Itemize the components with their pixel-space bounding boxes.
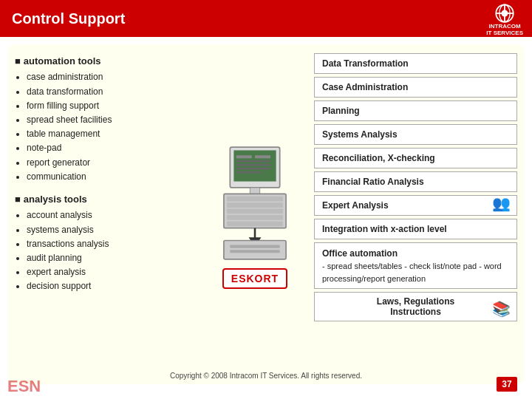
laws-line: Instructions	[390, 307, 441, 317]
computer-illustration	[211, 144, 299, 262]
svg-rect-15	[227, 197, 283, 202]
automation-item: report generator	[27, 156, 196, 170]
center-illustration: ESKORT	[203, 53, 307, 380]
right-box-6: Expert Analysis👥	[314, 195, 517, 216]
left-panel: ■ automation tools case administrationda…	[15, 53, 196, 380]
automation-item: form filling support	[27, 99, 196, 113]
book-icon: 📚	[492, 300, 511, 318]
analysis-item: account analysis	[27, 208, 196, 222]
automation-list: case administrationdata transformationfo…	[15, 70, 196, 184]
main-content: ■ automation tools case administrationda…	[7, 44, 525, 384]
automation-item: case administration	[27, 70, 196, 84]
office-title: Office automation	[322, 247, 398, 260]
header: Control Support INTRACOMIT SERVICES	[0, 0, 532, 37]
analysis-list: account analysissystems analysistransact…	[15, 208, 196, 293]
right-box-9: Laws, RegulationsInstructions📚	[314, 292, 517, 321]
analysis-item: audit planning	[27, 251, 196, 265]
logo-area: INTRACOMIT SERVICES	[486, 3, 523, 37]
analysis-item: transactions analysis	[27, 237, 196, 251]
svg-rect-10	[236, 164, 270, 166]
laws-line: Laws, Regulations	[377, 296, 454, 307]
header-title: Control Support	[12, 10, 125, 27]
automation-label: automation tools	[24, 53, 101, 69]
esn-logo-watermark: ESN	[7, 377, 41, 396]
office-items: - spread sheets/tables - check list/note…	[322, 260, 509, 284]
automation-item: data transformation	[27, 85, 196, 99]
right-box-3: Systems Analysis	[314, 124, 517, 145]
right-box-8: Office automation- spread sheets/tables …	[314, 242, 517, 289]
svg-rect-19	[227, 221, 283, 226]
analysis-item: expert analysis	[27, 265, 196, 279]
automation-item: spread sheet facilities	[27, 113, 196, 127]
right-box-4: Reconciliation, X-checking	[314, 148, 517, 168]
svg-rect-12	[236, 171, 262, 174]
svg-rect-23	[230, 245, 279, 248]
right-box-0: Data Transformation	[314, 53, 517, 74]
analysis-section-header: ■ analysis tools	[15, 191, 196, 207]
logo-text: INTRACOMIT SERVICES	[486, 24, 523, 37]
svg-rect-9	[236, 160, 270, 163]
footer-copyright: Copyright © 2008 Intracom IT Services. A…	[7, 372, 525, 380]
analysis-label: analysis tools	[24, 191, 87, 207]
right-panel: Data TransformationCase AdministrationPl…	[314, 53, 517, 380]
svg-rect-7	[236, 155, 252, 158]
people-icon: 👥	[492, 194, 511, 212]
intracom-logo-icon	[491, 3, 518, 24]
checkbox-icon: ■	[15, 53, 21, 69]
checkbox-icon-2: ■	[15, 191, 21, 207]
automation-item: table management	[27, 127, 196, 141]
svg-rect-18	[227, 215, 283, 220]
svg-rect-24	[230, 250, 279, 253]
svg-rect-13	[250, 188, 259, 194]
svg-rect-6	[233, 150, 276, 181]
right-box-1: Case Administration	[314, 77, 517, 98]
right-box-5: Financial Ratio Analysis	[314, 171, 517, 192]
svg-rect-17	[227, 209, 283, 214]
automation-section-header: ■ automation tools	[15, 53, 196, 69]
right-box-7: Integration with x-action level	[314, 219, 517, 239]
expert-analysis-label: Expert Analysis	[322, 200, 389, 211]
right-box-2: Planning	[314, 100, 517, 121]
svg-rect-16	[227, 202, 283, 208]
analysis-item: decision support	[27, 279, 196, 293]
eskort-label: ESKORT	[222, 268, 287, 289]
automation-item: note-pad	[27, 141, 196, 155]
page-number: 37	[497, 377, 517, 392]
svg-rect-11	[236, 168, 270, 170]
svg-rect-8	[255, 155, 270, 158]
automation-item: communication	[27, 170, 196, 184]
analysis-item: systems analysis	[27, 223, 196, 237]
